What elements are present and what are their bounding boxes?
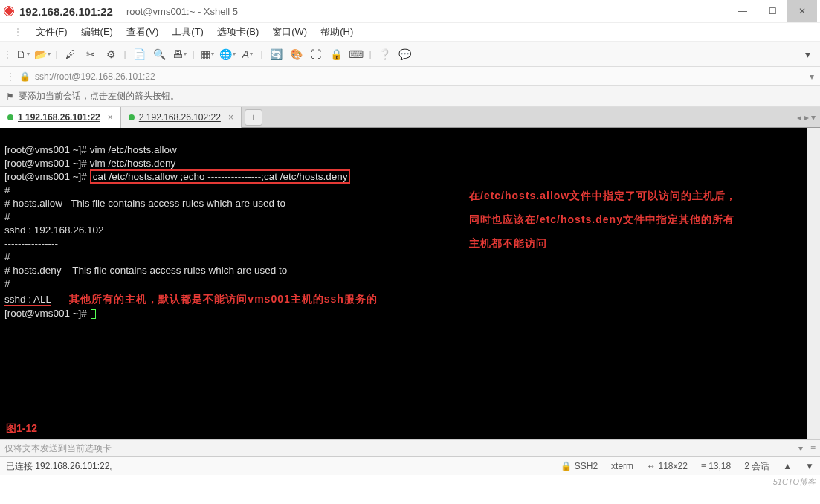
tb-sep4: | — [258, 49, 265, 59]
maximize-button[interactable]: ☐ — [758, 0, 787, 22]
cmd-vim-deny: vim /etc/hosts.deny — [90, 158, 176, 169]
out-sshd-allow: sshd : 192.168.26.102 — [4, 224, 104, 236]
prompt: [root@vms001 ~]# — [4, 144, 90, 155]
tb-grip: ⋮ — [3, 49, 12, 59]
out-sshd-deny: sshd : ALL — [4, 294, 51, 306]
out-hash: # — [4, 278, 10, 289]
tab2-label: 2 192.168.26.102:22 — [139, 112, 221, 123]
menu-grip: ⋮ — [13, 27, 22, 37]
font-button[interactable]: A — [238, 45, 257, 64]
addr-grip: ⋮ — [6, 71, 15, 82]
tb-sep5: | — [367, 49, 374, 59]
fullscreen-button[interactable]: ⛶ — [306, 45, 326, 64]
cmd-vim-allow: vim /etc/hosts.allow — [90, 144, 177, 155]
annot-r-l3: 主机都不能访问 — [469, 235, 781, 251]
close-button[interactable]: ✕ — [787, 0, 817, 22]
out-hash: # — [4, 211, 10, 222]
send-input-bar[interactable]: 仅将文本发送到当前选项卡 ▾ ≡ — [0, 439, 820, 457]
properties-button[interactable]: ⚙ — [101, 45, 120, 64]
tabbar: 1 192.168.26.101:22 × 2 192.168.26.102:2… — [0, 107, 820, 128]
help-button[interactable]: ❔ — [375, 45, 394, 64]
addr-more-icon[interactable]: ▾ — [810, 71, 814, 82]
print-button[interactable]: 🖶 — [170, 45, 189, 64]
status-cursor: ≡ 13,18 — [701, 461, 731, 471]
tab1-close-icon[interactable]: × — [108, 112, 113, 123]
disconnect-button[interactable]: ✂ — [81, 45, 100, 64]
color-button[interactable]: 🎨 — [286, 45, 306, 64]
keyboard-button[interactable]: ⌨ — [346, 45, 366, 64]
refresh-button[interactable]: 🔄 — [266, 45, 285, 64]
status-size: ↔ 118x22 — [647, 461, 688, 471]
title-ip: 192.168.26.101:22 — [19, 5, 113, 18]
figure-label: 图1-12 — [6, 422, 37, 435]
title-host: root@vms001:~ - Xshell 5 — [126, 6, 238, 17]
menu-edit[interactable]: 编辑(E) — [81, 25, 113, 39]
new-session-button[interactable]: 🗋 — [13, 45, 32, 64]
tab2-close-icon[interactable]: × — [228, 112, 233, 123]
menu-file[interactable]: 文件(F) — [36, 25, 68, 39]
status-termtype: xterm — [611, 461, 633, 471]
status-dot-icon — [7, 114, 13, 120]
annotation-right: 在/etc/hosts.allow文件中指定了可以访问的主机后， 同时也应该在/… — [469, 187, 781, 251]
address-text[interactable]: ssh://root@192.168.26.101:22 — [35, 71, 155, 82]
encoding-button[interactable]: ▦ — [198, 45, 217, 64]
menubar: ⋮ 文件(F) 编辑(E) 查看(V) 工具(T) 选项卡(B) 窗口(W) 帮… — [0, 22, 820, 42]
prompt: [root@vms001 ~]# — [4, 308, 90, 319]
menu-view[interactable]: 查看(V) — [126, 25, 158, 39]
open-button[interactable]: 📂 — [33, 45, 52, 64]
prompt: [root@vms001 ~]# — [4, 171, 90, 182]
send-placeholder: 仅将文本发送到当前选项卡 — [4, 442, 112, 455]
annot-r-l1: 在/etc/hosts.allow文件中指定了可以访问的主机后， — [469, 187, 781, 204]
out-sep: ---------------- — [4, 238, 58, 249]
menu-help[interactable]: 帮助(H) — [320, 25, 353, 39]
prompt: [root@vms001 ~]# — [4, 158, 90, 169]
minimize-button[interactable]: — — [728, 0, 758, 22]
lock-button[interactable]: 🔒 — [326, 45, 346, 64]
status-right: 🔒 SSH2 xterm ↔ 118x22 ≡ 13,18 2 会话 ▲ ▼ — [561, 460, 814, 473]
chat-button[interactable]: 💬 — [395, 45, 414, 64]
cursor-icon — [91, 309, 96, 319]
window-titlebar: 192.168.26.101:22 root@vms001:~ - Xshell… — [0, 0, 820, 22]
annot-r-l2: 同时也应该在/etc/hosts.deny文件中指定其他的所有 — [469, 211, 781, 227]
window-controls: — ☐ ✕ — [728, 0, 817, 22]
copy-button[interactable]: 📄 — [129, 45, 149, 64]
tab-nav-icons[interactable]: ◂ ▸ ▾ — [792, 112, 820, 123]
annotation-mid: 其他所有的主机，默认都是不能访问vms001主机的ssh服务的 — [69, 293, 378, 305]
menu-window[interactable]: 窗口(W) — [272, 25, 307, 39]
lang-button[interactable]: 🌐 — [218, 45, 237, 64]
out-deny-header: # hosts.deny This file contains access r… — [4, 265, 287, 276]
reconnect-button[interactable]: 🖊 — [61, 45, 80, 64]
cmd-cat: cat /etc/hosts.allow ;echo -------------… — [90, 169, 351, 184]
find-button[interactable]: 🔍 — [149, 45, 169, 64]
out-allow-header: # hosts.allow This file contains access … — [4, 198, 285, 209]
app-icon — [3, 5, 15, 17]
new-tab-button[interactable]: + — [245, 109, 262, 126]
toolbar: ⋮ 🗋 📂 | 🖊 ✂ ⚙ | 📄 🔍 🖶 | ▦ 🌐 A | 🔄 🎨 ⛶ 🔒 … — [0, 42, 820, 67]
tab1-label: 1 192.168.26.101:22 — [18, 112, 100, 123]
tb-sep2: | — [121, 49, 129, 59]
status-dot-icon — [129, 114, 135, 120]
tab-session-2[interactable]: 2 192.168.26.102:22 × — [121, 107, 242, 128]
out-hash: # — [4, 184, 10, 196]
infobar-text: 要添加当前会话，点击左侧的箭头按钮。 — [19, 90, 179, 103]
addressbar: ⋮ 🔒 ssh://root@192.168.26.101:22 ▾ — [0, 67, 820, 86]
tab-session-1[interactable]: 1 192.168.26.101:22 × — [0, 107, 121, 128]
terminal[interactable]: [root@vms001 ~]# vim /etc/hosts.allow [r… — [0, 128, 820, 439]
status-tri-up-icon[interactable]: ▲ — [783, 461, 792, 471]
out-hash: # — [4, 251, 10, 262]
scrollbar-thumb[interactable] — [808, 129, 819, 189]
status-tri-down-icon[interactable]: ▼ — [805, 461, 814, 471]
flag-icon: ⚑ — [6, 91, 14, 102]
watermark: 51CTO博客 — [773, 476, 816, 488]
menu-tool[interactable]: 工具(T) — [172, 25, 204, 39]
status-sessions: 2 会话 — [744, 460, 769, 473]
infobar: ⚑ 要添加当前会话，点击左侧的箭头按钮。 — [0, 86, 820, 107]
statusbar: 已连接 192.168.26.101:22。 🔒 SSH2 xterm ↔ 11… — [0, 457, 820, 475]
status-connection: 已连接 192.168.26.101:22。 — [6, 460, 118, 473]
tb-sep: | — [53, 49, 60, 59]
menu-tabs[interactable]: 选项卡(B) — [217, 25, 259, 39]
send-options[interactable]: ▾ ≡ — [798, 443, 816, 453]
toolbar-more-icon[interactable]: ▾ — [798, 45, 817, 64]
lock-icon: 🔒 — [19, 71, 30, 82]
status-protocol: 🔒 SSH2 — [561, 461, 598, 471]
